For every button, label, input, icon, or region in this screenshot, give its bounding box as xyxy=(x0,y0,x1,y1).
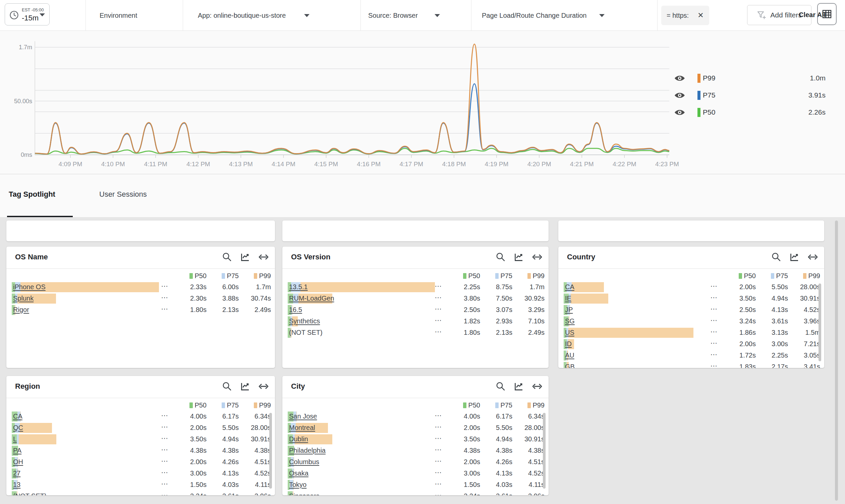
row-actions-icon[interactable]: ⋯ xyxy=(707,350,722,359)
chart-view-icon[interactable] xyxy=(240,381,250,391)
tag-value-link[interactable]: IE xyxy=(565,294,571,302)
row-actions-icon[interactable]: ⋯ xyxy=(431,412,446,419)
app-filter[interactable]: App: online-boutique-us-store xyxy=(198,0,310,31)
tag-value-link[interactable]: 13 xyxy=(13,481,20,489)
legend-row-p50[interactable]: P502.26s xyxy=(671,107,826,118)
tag-value-link[interactable]: PA xyxy=(13,447,21,454)
search-icon[interactable] xyxy=(222,381,232,391)
row-actions-icon[interactable]: ⋯ xyxy=(431,316,446,324)
row-actions-icon[interactable]: ⋯ xyxy=(158,468,172,476)
row-actions-icon[interactable]: ⋯ xyxy=(158,446,172,454)
tag-value-link[interactable]: US xyxy=(565,329,575,337)
row-actions-icon[interactable]: ⋯ xyxy=(431,282,446,290)
row-actions-icon[interactable]: ⋯ xyxy=(431,446,446,454)
row-actions-icon[interactable]: ⋯ xyxy=(707,328,722,336)
tag-value-link[interactable]: 13.5.1 xyxy=(289,283,308,291)
toggle-visibility-icon[interactable] xyxy=(674,74,685,82)
legend-row-p99[interactable]: P991.0m xyxy=(671,72,826,84)
row-actions-icon[interactable]: ⋯ xyxy=(707,316,722,324)
chart-view-icon[interactable] xyxy=(514,381,524,391)
row-actions-icon[interactable]: ⋯ xyxy=(707,293,722,302)
tag-value-link[interactable]: ID xyxy=(565,340,572,348)
search-icon[interactable] xyxy=(222,252,232,262)
row-actions-icon[interactable]: ⋯ xyxy=(158,423,172,431)
active-filter-chip[interactable]: = https: ✕ xyxy=(661,6,709,25)
card-scrollbar[interactable] xyxy=(543,413,546,489)
row-actions-icon[interactable]: ⋯ xyxy=(431,293,446,302)
row-actions-icon[interactable]: ⋯ xyxy=(158,457,172,465)
row-actions-icon[interactable]: ⋯ xyxy=(431,328,446,336)
search-icon[interactable] xyxy=(771,252,781,262)
tag-value-link[interactable]: OH xyxy=(13,458,23,466)
row-actions-icon[interactable]: ⋯ xyxy=(707,305,722,313)
tag-value-link[interactable]: Singapore xyxy=(289,492,320,495)
column-header-p50: P50 xyxy=(174,401,207,409)
duration-timeseries-chart[interactable]: 0ms50.00s1.7m4:09 PM4:10 PM4:11 PM4:12 P… xyxy=(0,31,845,174)
tag-value-link[interactable]: CA xyxy=(13,413,22,420)
toggle-visibility-icon[interactable] xyxy=(674,91,685,99)
tag-value-link[interactable]: San Jose xyxy=(289,413,317,420)
row-actions-icon[interactable]: ⋯ xyxy=(158,480,172,488)
row-actions-icon[interactable]: ⋯ xyxy=(158,434,172,442)
row-actions-icon[interactable]: ⋯ xyxy=(431,423,446,431)
tab-user-sessions[interactable]: User Sessions xyxy=(99,190,147,199)
card-scrollbar[interactable] xyxy=(269,413,272,489)
tag-value-link[interactable]: Montreal xyxy=(289,424,315,432)
row-actions-icon[interactable]: ⋯ xyxy=(707,362,722,368)
tag-value-link[interactable]: Synthetics xyxy=(289,317,320,325)
tag-value-link[interactable]: AU xyxy=(565,352,575,359)
row-actions-icon[interactable]: ⋯ xyxy=(707,339,722,347)
row-actions-icon[interactable]: ⋯ xyxy=(707,282,722,290)
tab-tag-spotlight[interactable]: Tag Spotlight xyxy=(9,190,55,199)
tag-value-link[interactable]: RUM-LoadGen xyxy=(289,294,334,302)
tag-value-link[interactable]: Tokyo xyxy=(289,481,306,489)
page-scrollbar[interactable] xyxy=(835,220,838,501)
tag-value-link[interactable]: Philadelphia xyxy=(289,447,325,454)
legend-row-p75[interactable]: P753.91s xyxy=(671,89,826,101)
row-actions-icon[interactable]: ⋯ xyxy=(158,412,172,419)
tag-value-link[interactable]: Splunk xyxy=(13,294,34,302)
row-actions-icon[interactable]: ⋯ xyxy=(158,293,172,302)
tag-value-link[interactable]: JP xyxy=(565,306,573,314)
tag-value-link[interactable]: GB xyxy=(565,363,575,368)
tag-value-link[interactable]: SG xyxy=(565,317,575,325)
tag-value-link[interactable]: QC xyxy=(13,424,23,432)
chart-view-icon[interactable] xyxy=(789,252,799,262)
row-actions-icon[interactable]: ⋯ xyxy=(431,480,446,488)
row-actions-icon[interactable]: ⋯ xyxy=(431,491,446,495)
metric-selector[interactable]: Page Load/Route Change Duration xyxy=(482,0,604,31)
environment-filter[interactable]: Environment xyxy=(100,0,137,31)
tag-value-link[interactable]: 16.5 xyxy=(289,306,302,314)
row-actions-icon[interactable]: ⋯ xyxy=(431,457,446,465)
chart-view-icon[interactable] xyxy=(514,252,524,262)
remove-filter-icon[interactable]: ✕ xyxy=(698,11,704,20)
table-view-button[interactable] xyxy=(817,3,837,25)
row-actions-icon[interactable]: ⋯ xyxy=(158,305,172,313)
expand-horizontal-icon[interactable] xyxy=(532,381,543,391)
search-icon[interactable] xyxy=(496,381,506,391)
expand-horizontal-icon[interactable] xyxy=(258,381,269,391)
row-actions-icon[interactable]: ⋯ xyxy=(158,491,172,495)
tag-value-link[interactable]: Rigor xyxy=(13,306,29,314)
expand-horizontal-icon[interactable] xyxy=(807,252,818,262)
tag-value-link[interactable]: Columbus xyxy=(289,458,319,466)
tag-value-link[interactable]: CA xyxy=(565,283,575,291)
tag-value-link[interactable]: 27 xyxy=(13,469,20,477)
time-range-picker[interactable]: EST -05:00 -15m xyxy=(5,3,50,25)
row-actions-icon[interactable]: ⋯ xyxy=(431,305,446,313)
card-scrollbar[interactable] xyxy=(818,284,821,361)
expand-horizontal-icon[interactable] xyxy=(258,252,269,262)
tag-value-link[interactable]: Dublin xyxy=(289,435,308,443)
table-row: US ⋯ 1.86s 3.13s 1.5m xyxy=(558,327,824,339)
toggle-visibility-icon[interactable] xyxy=(674,109,685,116)
row-actions-icon[interactable]: ⋯ xyxy=(431,468,446,476)
tag-value-link[interactable]: Osaka xyxy=(289,469,309,477)
source-filter[interactable]: Source: Browser xyxy=(368,0,440,31)
tag-value-link[interactable]: L xyxy=(13,435,17,443)
chart-view-icon[interactable] xyxy=(240,252,250,262)
tag-value-link[interactable]: iPhone OS xyxy=(13,283,46,291)
row-actions-icon[interactable]: ⋯ xyxy=(158,282,172,290)
search-icon[interactable] xyxy=(496,252,506,262)
row-actions-icon[interactable]: ⋯ xyxy=(431,434,446,442)
expand-horizontal-icon[interactable] xyxy=(532,252,543,262)
